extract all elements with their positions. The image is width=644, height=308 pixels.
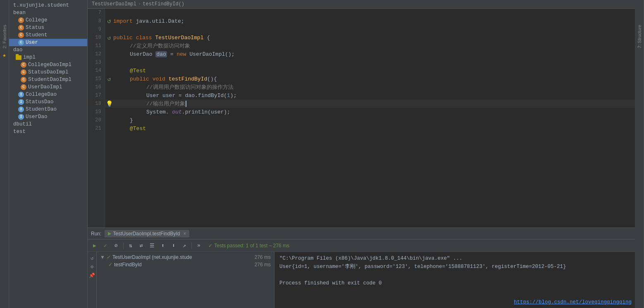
sidebar-item-user[interactable]: C User [9, 39, 87, 46]
sidebar-userdaoimpl-label: UserDaoImpl [28, 84, 62, 90]
code-line-8: ↺ import java.util.Date; [105, 17, 635, 25]
pin-icon[interactable]: 📌 [89, 272, 95, 279]
run-tab-close[interactable]: × [183, 231, 186, 237]
favorites-strip: 2: Favorites ★ [0, 0, 9, 308]
test-method-time: 276 ms [255, 262, 271, 268]
test-method-label: testFindById [114, 262, 142, 268]
sidebar-item-college[interactable]: C College [9, 17, 87, 24]
sidebar-parent-label: t.xujunjie.student [13, 2, 69, 8]
structure-strip: 7: Structure [635, 0, 644, 308]
code-line-21: @Test [105, 124, 635, 133]
sidebar-item-userdao[interactable]: I UserDao [9, 113, 87, 121]
code-line-20: } [105, 116, 635, 124]
toolbar-export-btn[interactable]: ↗ [180, 241, 189, 250]
sidebar-bean[interactable]: bean [9, 9, 87, 17]
sidebar-college-label: College [26, 17, 48, 23]
editor-wrapper: TestUserDaoImpl › testFindById() 7 8 9 1… [88, 0, 635, 308]
sidebar-test-label: test [13, 129, 26, 135]
toolbar-more-btn[interactable]: » [194, 241, 203, 250]
gutter-8: ↺ [105, 17, 113, 25]
class-icon-user: C [18, 40, 24, 45]
class-icon-statusdaoimpl: C [21, 69, 26, 75]
code-content[interactable]: ↺ import java.util.Date; ↺ public class … [105, 9, 635, 227]
checkmark-icon: ✓ [208, 243, 212, 249]
code-line-19: System. out.println(user); [105, 108, 635, 116]
toolbar-up-btn[interactable]: ⬆ [158, 241, 167, 250]
csdn-link[interactable]: https://blog.csdn.net/loveqingqingqing [514, 298, 632, 306]
sidebar-test[interactable]: test [9, 128, 87, 135]
line-numbers: 7 8 9 10 11 12 13 14 15 16 17 18 19 20 2… [88, 9, 105, 227]
run-icon-8[interactable]: ↺ [107, 17, 111, 25]
toolbar-filter-btn[interactable]: ⇄ [137, 241, 146, 250]
sidebar-dbutil-label: dbutil [13, 121, 32, 127]
code-line-11: //定义用户数据访问对象 [105, 42, 635, 50]
code-line-9 [105, 25, 635, 33]
sidebar-item-userdaoimpl[interactable]: C UserDaoImpl [9, 83, 87, 91]
test-class-time: 276 ms [255, 254, 271, 260]
sidebar-statusdaoimpl-label: StatusDaoImpl [28, 69, 69, 75]
sidebar-student-label: Student [26, 32, 48, 38]
check-icon-2: ✓ [108, 262, 112, 268]
interface-icon-userdao: I [18, 114, 24, 120]
sidebar-item-collegedao[interactable]: I CollegeDao [9, 91, 87, 98]
lightbulb-icon[interactable]: 💡 [106, 100, 113, 107]
test-class-label: TestUserDaoImpl (net.xujunjie.stude [112, 254, 192, 260]
class-icon-college: C [18, 17, 24, 23]
bottom-content: ↺ ⚙ 📌 ▼ ✓ TestUserDaoImpl (net.xujunjie.… [88, 252, 635, 308]
console-output: "C:\Program Files (x86)\Java\jdk1.8.0_14… [274, 252, 635, 308]
sidebar-item-status[interactable]: C Status [9, 24, 87, 31]
toolbar-stop-btn[interactable]: ⊘ [112, 241, 121, 250]
test-status: ✓ Tests passed: 1 of 1 test – 276 ms [208, 243, 289, 249]
rerun-icon[interactable]: ↺ [91, 255, 93, 261]
bottom-left-strip: ↺ ⚙ 📌 [88, 252, 97, 308]
breadcrumb-separator: › [138, 1, 141, 7]
toolbar-down-btn[interactable]: ⬇ [169, 241, 178, 250]
settings-icon[interactable]: ⚙ [91, 264, 93, 270]
test-tree-item-2[interactable]: ✓ testFindById 276 ms [97, 261, 274, 268]
code-line-15: ↺ public void testFindById(){ [105, 75, 635, 83]
toolbar-play-btn[interactable]: ▶ [90, 241, 99, 250]
sidebar-item-collegedaoimpl[interactable]: C CollegeDaoImpl [9, 61, 87, 69]
code-line-12: UserDao dao = new UserDaoImpl(); [105, 50, 635, 58]
test-tree: ▼ ✓ TestUserDaoImpl (net.xujunjie.stude … [97, 252, 274, 308]
sidebar-dao-label: dao [13, 47, 23, 53]
sidebar-dbutil[interactable]: dbutil [9, 121, 87, 128]
toolbar-sort-btn[interactable]: ⇅ [126, 241, 135, 250]
sidebar-item-student[interactable]: C Student [9, 31, 87, 39]
sidebar-dao[interactable]: dao [9, 46, 87, 54]
sidebar-userdao-label: UserDao [26, 114, 48, 120]
run-tab-bar: Run: ▶ TestUserDaoImpl.testFindById × [88, 228, 635, 239]
toolbar-menu-btn[interactable]: ☰ [148, 241, 157, 250]
sidebar-user-label: User [26, 40, 38, 45]
code-line-7 [105, 9, 635, 17]
favorites-label: 2: Favorites [2, 25, 7, 48]
run-icon-15[interactable]: ↺ [107, 76, 111, 83]
sidebar-item-studentdao[interactable]: I StudentDao [9, 106, 87, 113]
code-editor[interactable]: 7 8 9 10 11 12 13 14 15 16 17 18 19 20 2… [88, 9, 635, 227]
code-line-14: @Test [105, 66, 635, 75]
sidebar-impl-label: impl [23, 54, 36, 60]
test-tree-item-1[interactable]: ▼ ✓ TestUserDaoImpl (net.xujunjie.stude … [97, 254, 274, 261]
run-tab[interactable]: ▶ TestUserDaoImpl.testFindById × [105, 230, 189, 237]
code-line-16: //调用用户数据访问对象的操作方法 [105, 83, 635, 91]
class-icon-userdaoimpl: C [21, 84, 26, 90]
star-icon: ★ [2, 52, 6, 59]
class-icon-student: C [18, 32, 24, 38]
sidebar-collegedaoimpl-label: CollegeDaoImpl [28, 62, 72, 68]
sidebar-item-studentdaoimpl[interactable]: C StudentDaoImpl [9, 76, 87, 83]
gutter-18: 💡 [105, 100, 113, 107]
sidebar-studentdao-label: StudentDao [26, 107, 57, 112]
toolbar-check-btn[interactable]: ✓ [101, 241, 110, 250]
sidebar-impl[interactable]: impl [9, 54, 87, 61]
sidebar: t.xujunjie.student bean C College C Stat… [9, 0, 88, 308]
console-line-4: Process finished with exit code 0 [279, 279, 630, 287]
code-line-17: User user = dao.findById(1); [105, 91, 635, 100]
csdn-link-text[interactable]: https://blog.csdn.net/loveqingqingqing [514, 299, 632, 305]
sidebar-parent[interactable]: t.xujunjie.student [9, 2, 87, 9]
sidebar-item-statusdaoimpl[interactable]: C StatusDaoImpl [9, 69, 87, 76]
run-icon-10[interactable]: ↺ [107, 34, 111, 41]
interface-icon-collegedao: I [18, 92, 24, 97]
sidebar-item-statusdao[interactable]: I StatusDao [9, 98, 87, 106]
console-line-1: "C:\Program Files (x86)\Java\jdk1.8.0_14… [279, 254, 630, 263]
class-icon-studentdaoimpl: C [21, 77, 26, 83]
